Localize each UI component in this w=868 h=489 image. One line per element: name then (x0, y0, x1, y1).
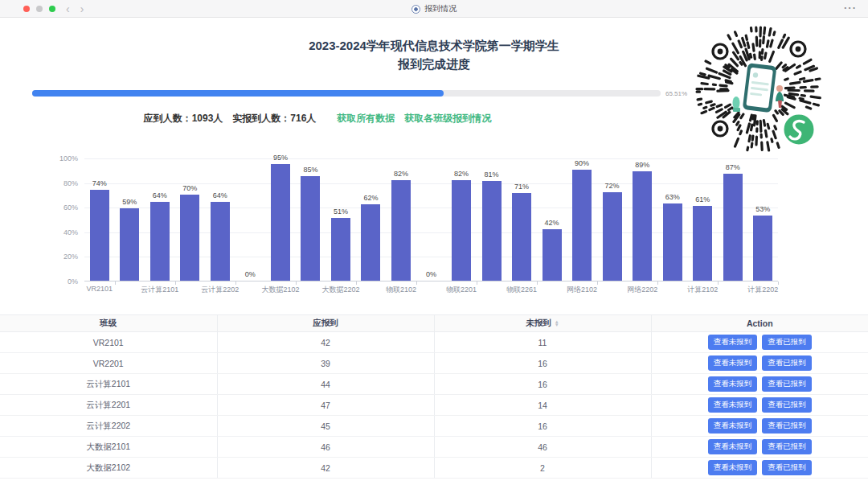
cell-not-reported: 46 (434, 437, 651, 458)
cell-class: 大数据2101 (0, 437, 217, 458)
browser-titlebar: ‹ › 报到情况 ··· (0, 0, 868, 18)
chart-bar[interactable] (482, 181, 502, 281)
cell-expected: 44 (217, 374, 434, 395)
cell-class: VR2201 (0, 353, 217, 374)
bar-value-label: 42% (536, 219, 568, 227)
cell-not-reported: 16 (434, 416, 651, 437)
table-row: 云计算22014714查看未报到查看已报到 (0, 395, 868, 416)
chart-bar[interactable] (391, 180, 411, 281)
chart-bar[interactable] (542, 229, 562, 281)
close-window-button[interactable] (23, 6, 30, 12)
stats-row: 应到人数：1093人 实报到人数：716人 获取所有数据 获取各班级报到情况 (0, 112, 635, 125)
cell-action: 查看未报到查看已报到 (651, 353, 868, 374)
page-title-line1: 2023-2024学年现代信息技术学院第一学期学生 (0, 36, 868, 55)
table-row: 云计算21014416查看未报到查看已报到 (0, 374, 868, 395)
chart-bar[interactable] (211, 202, 230, 281)
bar-value-label: 59% (113, 198, 145, 206)
cell-not-reported: 16 (434, 374, 651, 395)
cell-expected: 42 (217, 458, 434, 479)
chart-bar[interactable] (120, 208, 139, 281)
view-not-reported-button[interactable]: 查看未报到 (708, 418, 758, 434)
fetch-class-status-link[interactable]: 获取各班级报到情况 (404, 112, 491, 125)
more-menu-icon[interactable]: ··· (844, 0, 857, 16)
chart-bar[interactable] (361, 204, 380, 281)
y-axis-label: 40% (46, 228, 78, 236)
x-axis-tick (537, 281, 538, 285)
chart-bar[interactable] (663, 203, 682, 281)
cell-class: 大数据2102 (0, 458, 217, 479)
cell-action: 查看未报到查看已报到 (651, 395, 868, 416)
view-reported-button[interactable]: 查看已报到 (762, 460, 812, 475)
x-axis-label: 计算2202 (727, 285, 799, 295)
forward-icon[interactable]: › (80, 0, 84, 18)
table-body: VR21014211查看未报到查看已报到VR22013916查看未报到查看已报到… (0, 332, 868, 479)
reported-count-label: 实报到人数：716人 (232, 112, 316, 125)
x-axis-tick (115, 281, 116, 285)
view-not-reported-button[interactable]: 查看未报到 (708, 397, 758, 413)
window-controls (23, 6, 55, 12)
cell-expected: 46 (217, 437, 434, 458)
chart-bar[interactable] (633, 171, 652, 281)
y-axis-label: 100% (46, 154, 78, 162)
x-axis-tick (718, 281, 719, 285)
mini-program-logo-icon (783, 113, 815, 146)
chart-bar[interactable] (572, 170, 592, 281)
x-axis-tick (778, 281, 779, 285)
cell-action: 查看未报到查看已报到 (651, 332, 868, 353)
view-reported-button[interactable]: 查看已报到 (762, 335, 812, 350)
chart-bar[interactable] (603, 192, 622, 281)
bar-value-label: 51% (325, 208, 357, 216)
chart-bar[interactable] (693, 206, 712, 281)
cell-action: 查看未报到查看已报到 (651, 374, 868, 395)
bar-value-label: 62% (354, 194, 387, 202)
back-icon[interactable]: ‹ (66, 0, 70, 18)
chart-bar[interactable] (180, 195, 199, 281)
sort-icon[interactable]: ▲▼ (555, 320, 559, 327)
x-axis-tick (296, 281, 297, 285)
chart-bar[interactable] (512, 193, 531, 281)
view-not-reported-button[interactable]: 查看未报到 (708, 355, 758, 371)
chart-bar[interactable] (452, 180, 471, 281)
bar-value-label: 90% (566, 159, 598, 167)
table-row: VR21014211查看未报到查看已报到 (0, 332, 868, 353)
bar-value-label: 70% (174, 184, 206, 192)
bar-value-label: 81% (476, 171, 508, 179)
bar-value-label: 64% (204, 191, 236, 199)
fullscreen-window-button[interactable] (49, 6, 55, 12)
site-favicon-icon (411, 5, 420, 14)
x-axis-tick (356, 281, 357, 285)
y-axis-label: 80% (46, 179, 78, 187)
chart-bar[interactable] (331, 218, 350, 281)
progress-percent-label: 65.51% (665, 90, 687, 97)
page-title: 2023-2024学年现代信息技术学院第一学期学生 报到完成进度 (0, 36, 868, 73)
column-header-action: Action (651, 315, 868, 332)
x-axis-tick (597, 281, 598, 285)
chart-bar[interactable] (723, 174, 743, 281)
chart-plot: 100%80%60%40%20%0%74%VR210159%64%云计算2101… (84, 158, 778, 281)
column-header-not-reported[interactable]: 未报到 ▲▼ (434, 315, 651, 332)
y-axis-label: 20% (46, 253, 78, 261)
view-reported-button[interactable]: 查看已报到 (762, 376, 812, 392)
x-axis-tick (416, 281, 417, 285)
x-axis-tick (235, 281, 236, 285)
cell-action: 查看未报到查看已报到 (651, 437, 868, 458)
view-reported-button[interactable]: 查看已报到 (762, 355, 812, 371)
view-reported-button[interactable]: 查看已报到 (762, 418, 812, 434)
minimize-window-button[interactable] (36, 6, 43, 12)
chart-bar[interactable] (271, 164, 290, 281)
view-not-reported-button[interactable]: 查看未报到 (708, 335, 758, 350)
view-not-reported-button[interactable]: 查看未报到 (708, 439, 758, 454)
chart-bar[interactable] (90, 190, 109, 281)
expected-count-label: 应到人数：1093人 (144, 112, 223, 125)
view-not-reported-button[interactable]: 查看未报到 (708, 376, 758, 392)
fetch-all-data-link[interactable]: 获取所有数据 (337, 112, 395, 125)
chart-bar[interactable] (150, 202, 170, 281)
view-reported-button[interactable]: 查看已报到 (762, 397, 812, 413)
chart-bar[interactable] (301, 176, 320, 281)
x-axis-tick (175, 281, 176, 285)
chart-bar[interactable] (753, 216, 772, 281)
view-not-reported-button[interactable]: 查看未报到 (708, 460, 758, 475)
view-reported-button[interactable]: 查看已报到 (762, 439, 812, 454)
bar-value-label: 85% (294, 166, 326, 174)
bar-value-label: 95% (264, 154, 297, 162)
